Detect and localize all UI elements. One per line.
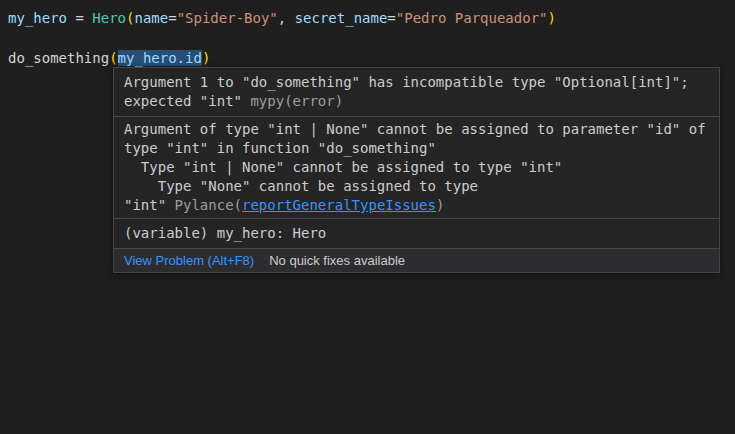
- hover-text: "int": [124, 197, 175, 213]
- hover-text-line: expected "int" mypy(error): [124, 92, 709, 111]
- code-editor[interactable]: my_hero = Hero(name="Spider-Boy", secret…: [0, 0, 735, 434]
- hover-text: ): [436, 197, 444, 213]
- pylance-source-label: Pylance(: [175, 197, 242, 213]
- no-quick-fixes-label: No quick fixes available: [269, 253, 405, 268]
- variable-my-hero: my_hero: [8, 10, 67, 26]
- mypy-diagnostic: Argument 1 to "do_something" has incompa…: [114, 68, 719, 117]
- code-token: secret_name: [295, 10, 388, 26]
- hover-text-line: (variable) my_hero: Hero: [124, 224, 709, 243]
- pylance-diagnostic: Argument of type "int | None" cannot be …: [114, 117, 719, 219]
- hover-text-line: Argument 1 to "do_something" has incompa…: [124, 73, 709, 92]
- code-token: id: [185, 50, 202, 66]
- hover-text: Type "int | None" cannot be assigned to …: [124, 159, 562, 175]
- code-token: =: [67, 10, 92, 26]
- error-expression-my-hero-id: my_hero: [118, 50, 177, 66]
- code-token: "Pedro Parqueador": [396, 10, 548, 26]
- code-token: (: [109, 50, 117, 66]
- hover-tooltip: Argument 1 to "do_something" has incompa…: [113, 67, 720, 273]
- code-token: "Spider-Boy": [177, 10, 278, 26]
- code-token: =: [387, 10, 395, 26]
- code-token: ,: [278, 10, 295, 26]
- variable-type-info: (variable) my_hero: Hero: [114, 219, 719, 249]
- hover-text: expected "int": [124, 93, 250, 109]
- code-token: name: [134, 10, 168, 26]
- hover-text: type "int" in function "do_something": [124, 140, 436, 156]
- hover-text: Type "None" cannot be assigned to type: [124, 178, 478, 194]
- code-token: =: [168, 10, 176, 26]
- hover-text-line: Type "None" cannot be assigned to type: [124, 177, 709, 196]
- code-token: ): [202, 50, 210, 66]
- hover-text: Argument of type "int | None" cannot be …: [124, 121, 706, 137]
- hover-status-bar: View Problem (Alt+F8) No quick fixes ava…: [114, 249, 719, 272]
- view-problem-link[interactable]: View Problem (Alt+F8): [124, 253, 254, 268]
- hover-text: (variable) my_hero: Hero: [124, 225, 326, 241]
- hover-text: Argument 1 to "do_something" has incompa…: [124, 74, 689, 90]
- hover-text-line: "int" Pylance(reportGeneralTypeIssues): [124, 196, 709, 215]
- report-general-type-issues-link[interactable]: reportGeneralTypeIssues: [242, 197, 436, 213]
- code-token: .: [177, 50, 185, 66]
- code-token: ): [548, 10, 556, 26]
- code-area[interactable]: my_hero = Hero(name="Spider-Boy", secret…: [8, 8, 556, 68]
- hover-text-line: Type "int | None" cannot be assigned to …: [124, 158, 709, 177]
- class-hero: Hero: [92, 10, 126, 26]
- function-do-something: do_something: [8, 50, 109, 66]
- hover-text-line: type "int" in function "do_something": [124, 139, 709, 158]
- hover-text-line: Argument of type "int | None" cannot be …: [124, 120, 709, 139]
- code-line[interactable]: do_something(my_hero.id): [8, 48, 556, 68]
- code-line[interactable]: my_hero = Hero(name="Spider-Boy", secret…: [8, 8, 556, 28]
- code-line[interactable]: [8, 28, 556, 48]
- mypy-error-source-label: mypy(error): [250, 93, 343, 109]
